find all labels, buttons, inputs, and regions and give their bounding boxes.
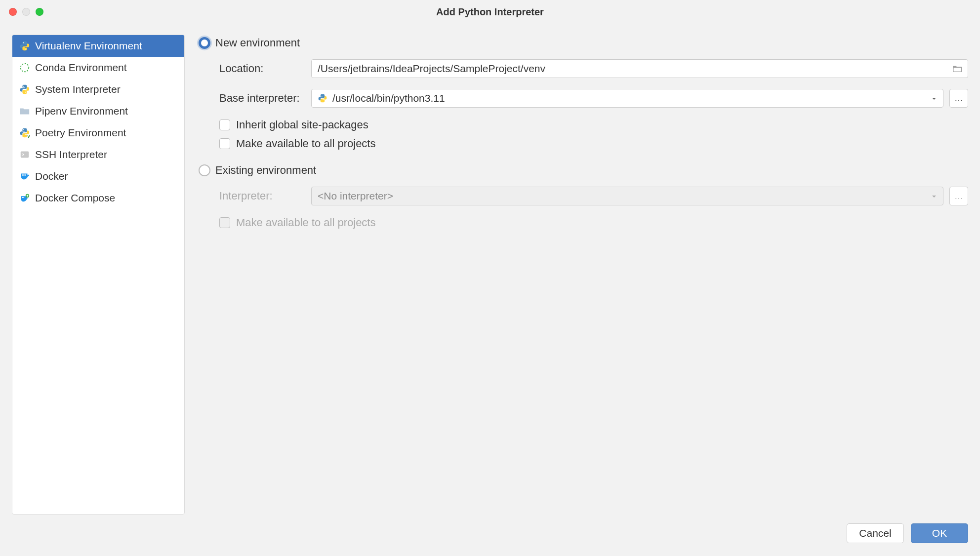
sidebar-item-label: Docker Compose bbox=[35, 192, 115, 204]
sidebar-item-label: Poetry Environment bbox=[35, 127, 126, 139]
python-icon bbox=[19, 40, 30, 51]
window-maximize-button[interactable] bbox=[36, 8, 43, 16]
docker-compose-icon bbox=[19, 193, 30, 203]
sidebar-item-poetry[interactable]: v Poetry Environment bbox=[12, 122, 184, 144]
interpreter-row: Interpreter: <No interpreter> … bbox=[219, 187, 968, 205]
interpreter-label: Interpreter: bbox=[219, 190, 311, 202]
existing-environment-radio[interactable] bbox=[199, 164, 210, 176]
sidebar-item-label: SSH Interpreter bbox=[35, 149, 107, 160]
make-available-checkbox-row: Make available to all projects bbox=[219, 137, 968, 150]
base-interpreter-browse-button[interactable]: … bbox=[949, 89, 968, 108]
sidebar-item-label: Conda Environment bbox=[35, 62, 127, 74]
existing-environment-label: Existing environment bbox=[215, 164, 316, 177]
sidebar-item-ssh[interactable]: SSH Interpreter bbox=[12, 144, 184, 165]
python-v-icon: v bbox=[19, 127, 30, 138]
sidebar-item-virtualenv[interactable]: Virtualenv Environment bbox=[12, 35, 184, 57]
location-value: /Users/jetbrains/IdeaProjects/SampleProj… bbox=[318, 63, 545, 75]
base-interpreter-row: Base interpreter: /usr/local/bin/python3… bbox=[219, 89, 968, 108]
make-available-label: Make available to all projects bbox=[236, 137, 375, 150]
svg-rect-10 bbox=[25, 174, 26, 175]
svg-rect-8 bbox=[22, 174, 23, 175]
existing-make-available-checkbox bbox=[219, 217, 230, 228]
dialog-window: Add Python Interpreter Virtualenv Enviro… bbox=[0, 0, 980, 556]
ok-button[interactable]: OK bbox=[911, 523, 968, 543]
python-icon bbox=[19, 84, 30, 95]
new-environment-radio[interactable] bbox=[199, 37, 210, 49]
sidebar-item-system[interactable]: System Interpreter bbox=[12, 79, 184, 100]
svg-rect-9 bbox=[23, 174, 24, 175]
location-label: Location: bbox=[219, 62, 311, 75]
existing-environment-section: Existing environment Interpreter: <No in… bbox=[199, 164, 968, 229]
inherit-global-label: Inherit global site-packages bbox=[236, 119, 368, 131]
sidebar-item-label: Virtualenv Environment bbox=[35, 40, 142, 52]
interpreter-dropdown: <No interpreter> bbox=[311, 187, 943, 205]
sidebar-item-docker-compose[interactable]: Docker Compose bbox=[12, 187, 184, 209]
ssh-icon bbox=[19, 149, 30, 160]
inherit-global-checkbox[interactable] bbox=[219, 119, 230, 130]
new-environment-radio-row: New environment bbox=[199, 37, 968, 49]
main-panel: New environment Location: /Users/jetbrai… bbox=[185, 35, 968, 515]
svg-point-0 bbox=[23, 42, 24, 43]
sidebar-item-docker[interactable]: Docker bbox=[12, 165, 184, 187]
python-icon bbox=[318, 93, 327, 103]
window-close-button[interactable] bbox=[9, 8, 17, 16]
new-environment-label: New environment bbox=[215, 37, 300, 49]
dialog-footer: Cancel OK bbox=[0, 515, 980, 556]
location-input-wrapper: /Users/jetbrains/IdeaProjects/SampleProj… bbox=[311, 59, 968, 78]
traffic-lights bbox=[0, 8, 43, 16]
interpreter-type-sidebar: Virtualenv Environment Conda Environment bbox=[12, 35, 185, 515]
interpreter-browse-button: … bbox=[949, 187, 968, 205]
svg-rect-11 bbox=[22, 197, 23, 198]
chevron-down-icon bbox=[931, 190, 937, 202]
location-input[interactable]: /Users/jetbrains/IdeaProjects/SampleProj… bbox=[311, 59, 968, 78]
sidebar-item-label: Pipenv Environment bbox=[35, 105, 128, 117]
svg-point-4 bbox=[25, 92, 26, 93]
content-area: Virtualenv Environment Conda Environment bbox=[0, 24, 980, 515]
location-row: Location: /Users/jetbrains/IdeaProjects/… bbox=[219, 59, 968, 78]
conda-icon bbox=[19, 62, 30, 73]
cancel-button[interactable]: Cancel bbox=[847, 523, 904, 543]
chevron-down-icon bbox=[931, 92, 937, 104]
folder-browse-icon[interactable] bbox=[952, 63, 963, 74]
sidebar-item-label: System Interpreter bbox=[35, 83, 121, 95]
base-interpreter-value: /usr/local/bin/python3.11 bbox=[332, 92, 445, 104]
svg-rect-12 bbox=[23, 197, 24, 198]
svg-text:v: v bbox=[28, 134, 31, 138]
titlebar: Add Python Interpreter bbox=[0, 0, 980, 24]
existing-make-available-row: Make available to all projects bbox=[219, 216, 968, 229]
base-interpreter-dropdown[interactable]: /usr/local/bin/python3.11 bbox=[311, 89, 943, 108]
existing-environment-radio-row: Existing environment bbox=[199, 164, 968, 177]
base-interpreter-label: Base interpreter: bbox=[219, 92, 311, 105]
window-title: Add Python Interpreter bbox=[436, 6, 544, 18]
sidebar-item-conda[interactable]: Conda Environment bbox=[12, 57, 184, 79]
svg-rect-7 bbox=[21, 152, 29, 158]
window-minimize-button[interactable] bbox=[22, 8, 30, 16]
existing-environment-form: Interpreter: <No interpreter> … Make ava… bbox=[199, 187, 968, 229]
make-available-checkbox[interactable] bbox=[219, 138, 230, 149]
svg-point-3 bbox=[23, 86, 24, 87]
existing-make-available-label: Make available to all projects bbox=[236, 216, 375, 229]
svg-point-1 bbox=[25, 49, 26, 50]
sidebar-item-pipenv[interactable]: Pipenv Environment bbox=[12, 100, 184, 122]
folder-icon bbox=[19, 106, 30, 117]
inherit-checkbox-row: Inherit global site-packages bbox=[219, 119, 968, 131]
svg-point-2 bbox=[21, 64, 29, 72]
docker-icon bbox=[19, 171, 30, 182]
svg-point-5 bbox=[23, 129, 24, 130]
new-environment-form: Location: /Users/jetbrains/IdeaProjects/… bbox=[199, 59, 968, 150]
sidebar-item-label: Docker bbox=[35, 170, 68, 182]
interpreter-value: <No interpreter> bbox=[318, 190, 393, 202]
